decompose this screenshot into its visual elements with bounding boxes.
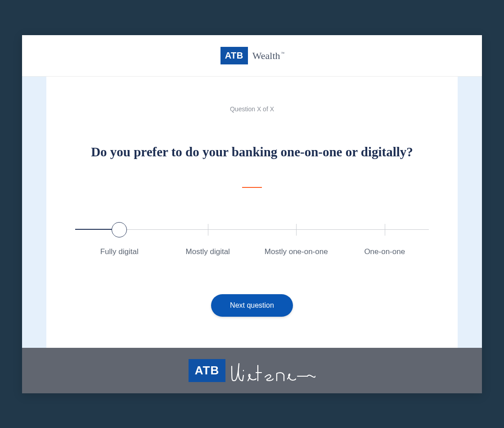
- footer-logo-group: ATB: [189, 358, 316, 383]
- slider-option-label: Fully digital: [100, 247, 139, 256]
- next-question-button[interactable]: Next question: [211, 294, 293, 317]
- slider-tick: [296, 224, 297, 236]
- slider-handle[interactable]: [112, 222, 127, 237]
- slider-track[interactable]: [75, 222, 429, 237]
- slider-option-label: Mostly digital: [186, 247, 230, 256]
- footer-bar: ATB: [22, 348, 482, 393]
- survey-frame: ATB Wealth Question X of X Do you prefer…: [22, 35, 482, 393]
- question-card: Question X of X Do you prefer to do your…: [46, 77, 458, 348]
- question-text: Do you prefer to do your banking one-on-…: [73, 143, 431, 161]
- slider-tick: [208, 224, 208, 236]
- slider-labels: Fully digital Mostly digital Mostly one-…: [75, 247, 429, 259]
- atb-logo-box: ATB: [220, 47, 248, 64]
- wealth-wordmark: Wealth: [252, 50, 284, 62]
- slider-option-label: One-on-one: [364, 247, 405, 256]
- question-counter: Question X of X: [73, 105, 431, 113]
- slider-option-label: Mostly one-on-one: [265, 247, 328, 256]
- slider-baseline: [75, 229, 429, 230]
- slider-tick: [385, 224, 385, 236]
- accent-divider: [242, 187, 262, 188]
- preference-slider[interactable]: Fully digital Mostly digital Mostly one-…: [73, 222, 431, 259]
- listens-script-icon: [230, 358, 315, 383]
- atb-logo-box: ATB: [189, 359, 226, 382]
- header-bar: ATB Wealth: [22, 35, 482, 77]
